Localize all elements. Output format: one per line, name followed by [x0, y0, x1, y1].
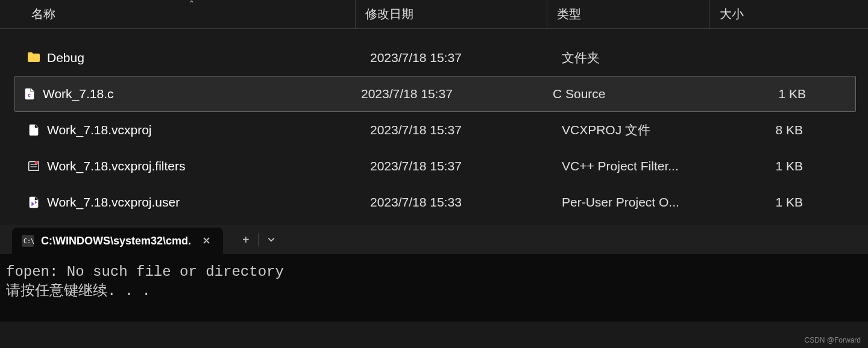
- column-label: 名称: [31, 6, 55, 22]
- file-type: VC++ Project Filter...: [552, 159, 715, 173]
- file-type: 文件夹: [552, 49, 715, 66]
- column-header-date[interactable]: 修改日期: [356, 0, 547, 28]
- tab-actions: +: [234, 229, 284, 250]
- file-size: 8 KB: [715, 123, 825, 137]
- c-source-icon: c: [22, 87, 37, 101]
- file-list: Debug 2023/7/18 15:37 文件夹 c Work_7.18.c …: [0, 29, 868, 220]
- folder-icon: [27, 51, 41, 65]
- file-name: Work_7.18.vcxproj: [47, 123, 152, 137]
- terminal-output[interactable]: fopen: No such file or directory 请按任意键继续…: [0, 254, 868, 322]
- file-date: 2023/7/18 15:37: [351, 87, 543, 101]
- file-date: 2023/7/18 15:33: [360, 195, 552, 210]
- cmd-icon: C:\: [22, 235, 34, 247]
- svg-point-4: [35, 161, 39, 165]
- filters-icon: [27, 159, 41, 173]
- terminal-tab-bar: C:\ C:\WINDOWS\system32\cmd. ✕ +: [0, 225, 868, 254]
- column-header-size[interactable]: 大小: [710, 0, 820, 28]
- file-type: VCXPROJ 文件: [552, 122, 715, 138]
- watermark: CSDN @Forward: [804, 336, 861, 344]
- file-date: 2023/7/18 15:37: [360, 159, 552, 173]
- file-type: C Source: [543, 87, 706, 101]
- file-name: Work_7.18.c: [43, 87, 114, 101]
- tab-title: C:\WINDOWS\system32\cmd.: [41, 235, 191, 247]
- file-row[interactable]: c Work_7.18.c 2023/7/18 15:37 C Source 1…: [14, 76, 856, 112]
- terminal-tab[interactable]: C:\ C:\WINDOWS\system32\cmd. ✕: [12, 228, 223, 254]
- svg-text:c: c: [28, 93, 31, 98]
- column-headers: 名称 ⌃ 修改日期 类型 大小: [0, 0, 868, 29]
- output-line: 请按任意键继续. . .: [6, 282, 862, 301]
- file-date: 2023/7/18 15:37: [360, 123, 552, 137]
- vs-project-icon: [27, 195, 41, 210]
- file-explorer: 名称 ⌃ 修改日期 类型 大小 Debug 2023/7/18 15:37 文件…: [0, 0, 868, 220]
- terminal-window: C:\ C:\WINDOWS\system32\cmd. ✕ + fopen: …: [0, 225, 868, 322]
- column-header-type[interactable]: 类型: [547, 0, 710, 28]
- file-name: Work_7.18.vcxproj.user: [47, 195, 180, 210]
- svg-text:C:\: C:\: [24, 238, 34, 244]
- sort-indicator-icon: ⌃: [188, 0, 195, 8]
- file-name: Work_7.18.vcxproj.filters: [47, 159, 186, 173]
- tab-dropdown-button[interactable]: [259, 229, 284, 250]
- new-tab-button[interactable]: +: [234, 229, 258, 250]
- file-icon: [27, 123, 41, 137]
- file-size: 1 KB: [715, 195, 825, 210]
- tab-close-button[interactable]: ✕: [198, 233, 215, 249]
- file-row[interactable]: Work_7.18.vcxproj.user 2023/7/18 15:33 P…: [0, 184, 868, 220]
- file-row[interactable]: Work_7.18.vcxproj 2023/7/18 15:37 VCXPRO…: [0, 112, 868, 148]
- file-row[interactable]: Work_7.18.vcxproj.filters 2023/7/18 15:3…: [0, 148, 868, 184]
- column-header-name[interactable]: 名称 ⌃: [0, 0, 356, 28]
- file-date: 2023/7/18 15:37: [360, 51, 552, 65]
- output-line: fopen: No such file or directory: [6, 263, 862, 282]
- file-size: 1 KB: [715, 159, 825, 173]
- file-type: Per-User Project O...: [552, 195, 715, 210]
- file-row[interactable]: Debug 2023/7/18 15:37 文件夹: [0, 40, 868, 76]
- file-size: 1 KB: [706, 87, 816, 101]
- file-name: Debug: [47, 51, 84, 65]
